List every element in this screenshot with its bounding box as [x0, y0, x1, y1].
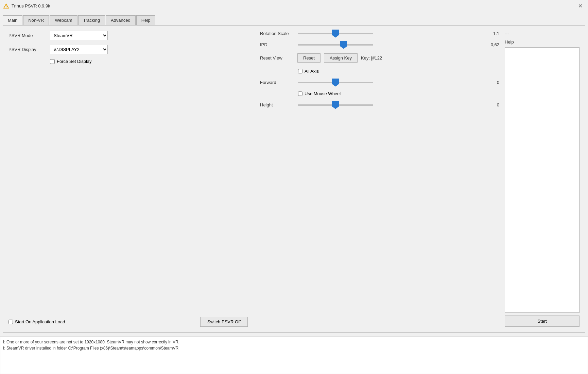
rotation-scale-slider-container: [298, 33, 478, 34]
log-line-2: I: SteamVR driver installed in folder C:…: [3, 345, 585, 351]
forward-slider[interactable]: [298, 82, 373, 83]
force-set-display-label[interactable]: Force Set Display: [57, 59, 92, 64]
switch-psvr-button[interactable]: Switch PSVR Off: [200, 317, 248, 327]
use-mouse-wheel-checkbox[interactable]: [298, 91, 302, 96]
start-load-row: Start On Application Load: [8, 319, 65, 324]
help-label: Help: [505, 39, 580, 45]
content-area: PSVR Mode SteamVR Standard None PSVR Dis…: [3, 25, 585, 333]
all-axis-row: All Axis: [298, 69, 499, 74]
assign-key-button[interactable]: Assign Key: [324, 53, 358, 63]
tab-bar: Main Non-VR Webcam Tracking Advanced Hel…: [3, 15, 585, 25]
use-mouse-wheel-row: Use Mouse Wheel: [298, 91, 499, 96]
reset-view-row: Reset View Reset Assign Key Key: [#122: [260, 53, 499, 63]
all-axis-label[interactable]: All Axis: [305, 69, 319, 74]
ipd-slider-container: [298, 44, 478, 46]
height-value: 0: [482, 102, 499, 107]
force-set-display-row: Force Set Display: [50, 59, 248, 64]
start-on-load-label[interactable]: Start On Application Load: [15, 319, 65, 324]
psvr-mode-label: PSVR Mode: [8, 33, 46, 38]
rotation-scale-label: Rotation Scale: [260, 31, 294, 36]
forward-value: 0: [482, 80, 499, 85]
force-set-display-checkbox[interactable]: [50, 59, 55, 64]
ipd-value: 0,62: [482, 42, 499, 47]
all-axis-checkbox[interactable]: [298, 69, 302, 73]
height-row: Height 0: [260, 102, 499, 107]
tab-help[interactable]: Help: [136, 15, 156, 25]
ipd-slider[interactable]: [298, 44, 373, 46]
right-panel: --- Help Start: [505, 31, 580, 327]
svg-text:!: !: [6, 5, 6, 8]
tab-tracking[interactable]: Tracking: [78, 15, 105, 25]
main-window: Main Non-VR Webcam Tracking Advanced Hel…: [0, 12, 588, 335]
help-text-area: [505, 47, 580, 313]
title-bar-left: ! Trinus PSVR 0.9.9k: [3, 3, 50, 9]
rotation-scale-row: Rotation Scale 1:1: [260, 31, 499, 36]
help-dots: ---: [505, 31, 580, 37]
height-slider-container: [298, 104, 478, 106]
psvr-display-select[interactable]: \\.\DISPLAY2 \\.\DISPLAY1: [50, 45, 108, 54]
tab-nonvr[interactable]: Non-VR: [23, 15, 49, 25]
tab-advanced[interactable]: Advanced: [106, 15, 136, 25]
start-button[interactable]: Start: [505, 316, 580, 327]
controls-area: Rotation Scale 1:1 IPD 0,62 Reset View R…: [253, 31, 499, 327]
left-panel: PSVR Mode SteamVR Standard None PSVR Dis…: [8, 31, 248, 327]
window-title: Trinus PSVR 0.9.9k: [12, 3, 50, 8]
rotation-scale-value: 1:1: [482, 31, 499, 36]
log-line-1: I: One or more of your screens are not s…: [3, 339, 585, 345]
reset-button[interactable]: Reset: [297, 53, 321, 63]
rotation-scale-slider[interactable]: [298, 33, 373, 34]
psvr-mode-row: PSVR Mode SteamVR Standard None: [8, 31, 248, 40]
log-area: I: One or more of your screens are not s…: [0, 337, 588, 374]
forward-row: Forward 0: [260, 80, 499, 85]
forward-slider-container: [298, 82, 478, 83]
height-slider[interactable]: [298, 104, 373, 106]
tab-main[interactable]: Main: [3, 15, 22, 25]
ipd-row: IPD 0,62: [260, 42, 499, 47]
bottom-controls: Start On Application Load Switch PSVR Of…: [8, 313, 248, 327]
title-bar: ! Trinus PSVR 0.9.9k ✕: [0, 0, 588, 12]
close-button[interactable]: ✕: [576, 2, 585, 10]
start-on-load-checkbox[interactable]: [8, 320, 13, 324]
key-display: Key: [#122: [361, 55, 382, 61]
app-icon: !: [3, 3, 9, 9]
forward-label: Forward: [260, 80, 294, 85]
psvr-mode-select[interactable]: SteamVR Standard None: [50, 31, 108, 40]
psvr-display-label: PSVR Display: [8, 47, 46, 52]
ipd-label: IPD: [260, 42, 294, 47]
use-mouse-wheel-label[interactable]: Use Mouse Wheel: [305, 91, 341, 96]
height-label: Height: [260, 102, 294, 107]
psvr-display-row: PSVR Display \\.\DISPLAY2 \\.\DISPLAY1: [8, 45, 248, 54]
tab-webcam[interactable]: Webcam: [50, 15, 77, 25]
reset-view-label: Reset View: [260, 55, 294, 61]
